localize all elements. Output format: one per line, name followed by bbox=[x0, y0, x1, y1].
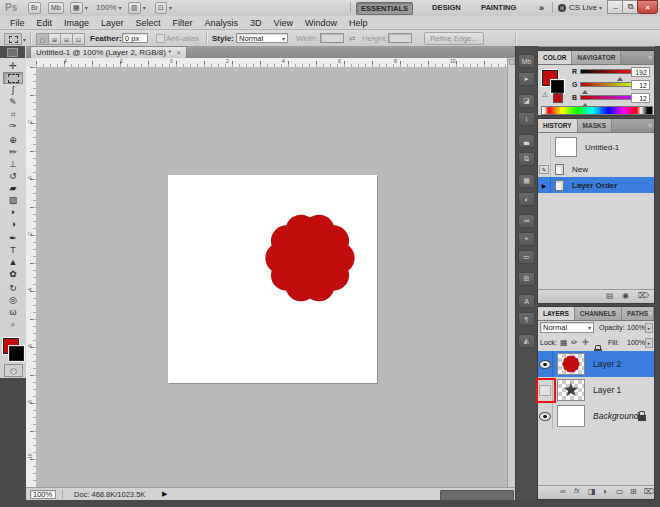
refine-edge-button[interactable]: Refine Edge... bbox=[424, 32, 484, 45]
menu-analysis[interactable]: Analysis bbox=[199, 18, 245, 28]
panel-menu-icon[interactable]: ≡ bbox=[648, 310, 652, 317]
paragraph-panel-icon[interactable]: ¶ bbox=[518, 312, 535, 326]
workspace-painting-button[interactable]: PAINTING bbox=[477, 2, 520, 13]
menu-window[interactable]: Window bbox=[299, 18, 343, 28]
menu-image[interactable]: Image bbox=[58, 18, 95, 28]
history-snapshot-row[interactable]: Untitled-1 bbox=[538, 135, 654, 159]
style-dropdown[interactable]: Normal ▾ bbox=[236, 33, 288, 43]
custom-shape-tool[interactable]: ✿ bbox=[3, 268, 23, 280]
visibility-eye-icon[interactable] bbox=[539, 360, 551, 369]
tab-channels[interactable]: CHANNELS bbox=[575, 307, 622, 320]
menu-layer[interactable]: Layer bbox=[95, 18, 130, 28]
info-panel-icon[interactable]: i bbox=[518, 112, 535, 126]
delete-state-icon[interactable]: ⌦ bbox=[638, 291, 649, 300]
quick-mask-mode-button[interactable]: ◯ bbox=[4, 364, 23, 377]
move-tool[interactable]: ✛ bbox=[3, 60, 23, 72]
history-state-row-selected[interactable]: ▶ Layer Order bbox=[538, 177, 654, 193]
menu-help[interactable]: Help bbox=[343, 18, 374, 28]
styles-panel-icon[interactable]: ◪ bbox=[518, 94, 535, 108]
delete-layer-icon[interactable]: ⌦ bbox=[644, 487, 655, 496]
menu-file[interactable]: File bbox=[4, 18, 31, 28]
lock-image-pixels-icon[interactable]: ✏ bbox=[571, 338, 578, 347]
workspace-design-button[interactable]: DESIGN bbox=[428, 2, 465, 13]
launch-bridge-button[interactable]: Br bbox=[28, 2, 41, 14]
opacity-value[interactable]: 100% bbox=[627, 324, 645, 331]
panel-menu-icon[interactable]: ≡ bbox=[648, 122, 652, 129]
layer-row-layer2[interactable]: Layer 2 bbox=[538, 351, 654, 377]
anti-alias-checkbox[interactable] bbox=[156, 34, 165, 43]
tab-color[interactable]: COLOR bbox=[538, 51, 572, 64]
cs-live-label[interactable]: CS Live bbox=[569, 3, 597, 12]
green-channel-slider[interactable] bbox=[580, 82, 632, 87]
menu-filter[interactable]: Filter bbox=[167, 18, 199, 28]
type-tool[interactable]: T bbox=[3, 244, 23, 256]
menu-3d[interactable]: 3D bbox=[244, 18, 268, 28]
lock-position-icon[interactable]: ✛ bbox=[582, 338, 589, 347]
chevron-down-icon[interactable]: ▾ bbox=[118, 4, 121, 11]
new-group-icon[interactable]: ▭ bbox=[616, 487, 624, 496]
histogram-panel-icon[interactable]: ▃ bbox=[518, 134, 535, 148]
status-flyout-icon[interactable]: ▶ bbox=[162, 490, 167, 498]
close-button[interactable]: × bbox=[637, 0, 658, 14]
eraser-tool[interactable]: ▰ bbox=[3, 182, 23, 194]
gamut-color-chip[interactable] bbox=[553, 93, 563, 103]
view-extras-button[interactable]: ▦ bbox=[70, 2, 83, 14]
blue-channel-value[interactable]: 12 bbox=[631, 93, 650, 103]
chevron-down-icon[interactable]: ▾ bbox=[143, 4, 146, 11]
zoom-level-value[interactable]: 100% bbox=[96, 3, 116, 12]
3d-camera-rotate-tool[interactable]: ◎ bbox=[3, 294, 23, 306]
tab-history[interactable]: HISTORY bbox=[538, 119, 578, 132]
clone-source-panel-icon[interactable]: ⌖ bbox=[518, 232, 535, 246]
status-zoom-input[interactable]: 100% bbox=[30, 490, 56, 499]
history-state-row[interactable]: ✎ New bbox=[538, 161, 654, 177]
color-spectrum-ramp[interactable] bbox=[541, 106, 653, 115]
eyedropper-tool[interactable]: ✑ bbox=[3, 120, 23, 132]
visibility-eye-icon[interactable] bbox=[539, 412, 551, 421]
chevron-down-icon[interactable]: ▾ bbox=[23, 36, 26, 43]
blend-mode-dropdown[interactable]: Normal ▾ bbox=[540, 322, 594, 333]
masks-panel-icon[interactable]: ◭ bbox=[518, 334, 535, 348]
brush-presets-panel-icon[interactable]: ≔ bbox=[518, 214, 535, 228]
tool-presets-panel-icon[interactable]: ▸ bbox=[518, 72, 535, 86]
panel-menu-icon[interactable]: ≡ bbox=[648, 54, 652, 61]
add-layer-mask-icon[interactable]: ◨ bbox=[588, 487, 596, 496]
chevron-down-icon[interactable]: ▾ bbox=[599, 4, 602, 11]
new-snapshot-icon[interactable]: ◉ bbox=[622, 291, 629, 300]
red-channel-value[interactable]: 192 bbox=[631, 67, 650, 77]
layer-name[interactable]: Layer 2 bbox=[593, 359, 621, 369]
chevron-down-icon[interactable]: ▾ bbox=[85, 4, 88, 11]
dodge-tool[interactable]: ◑ bbox=[3, 218, 23, 230]
mini-bridge-panel-icon[interactable]: Mb bbox=[518, 54, 535, 68]
document-canvas[interactable] bbox=[168, 175, 377, 383]
background-thumbnail[interactable] bbox=[557, 405, 585, 427]
workspace-overflow-button[interactable]: » bbox=[535, 2, 548, 13]
layer1-thumbnail[interactable] bbox=[557, 379, 585, 401]
hand-tool[interactable]: ω bbox=[3, 306, 23, 318]
arrange-documents-button[interactable]: ▥ bbox=[128, 2, 141, 14]
pen-tool[interactable]: ✒ bbox=[3, 232, 23, 244]
link-layers-icon[interactable]: ∞ bbox=[560, 487, 566, 496]
layer-name[interactable]: Layer 1 bbox=[593, 385, 621, 395]
adjustments-panel-icon[interactable]: ◐ bbox=[518, 192, 535, 206]
color-background-swatch[interactable] bbox=[551, 80, 564, 93]
tab-navigator[interactable]: NAVIGATOR bbox=[572, 51, 621, 64]
brush-tool[interactable]: ✏ bbox=[3, 146, 23, 158]
3d-object-rotate-tool[interactable]: ↻ bbox=[3, 282, 23, 294]
zoom-tool[interactable]: ⌕ bbox=[3, 318, 23, 330]
tools-panel-grip[interactable] bbox=[0, 46, 25, 58]
character-panel-icon[interactable]: A bbox=[518, 294, 535, 308]
blur-tool[interactable]: ◗ bbox=[3, 206, 23, 218]
animation-panel-icon[interactable]: ▭ bbox=[518, 250, 535, 264]
history-brush-source-icon[interactable]: ✎ bbox=[539, 165, 548, 174]
3d-panel-icon[interactable]: ⊞ bbox=[518, 272, 535, 286]
swatches-panel-icon[interactable]: ▦ bbox=[518, 174, 535, 188]
feather-input[interactable]: 0 px bbox=[122, 33, 148, 43]
menu-view[interactable]: View bbox=[268, 18, 299, 28]
crop-tool[interactable]: ⌗ bbox=[3, 108, 23, 120]
swap-dimensions-icon[interactable]: ⇄ bbox=[349, 34, 356, 43]
launch-mini-bridge-button[interactable]: Mb bbox=[48, 2, 64, 14]
red-channel-slider[interactable] bbox=[580, 69, 632, 74]
chevron-down-icon[interactable]: ▾ bbox=[169, 4, 172, 11]
history-brush-tool[interactable]: ↺ bbox=[3, 170, 23, 182]
fill-value[interactable]: 100% bbox=[627, 339, 645, 346]
